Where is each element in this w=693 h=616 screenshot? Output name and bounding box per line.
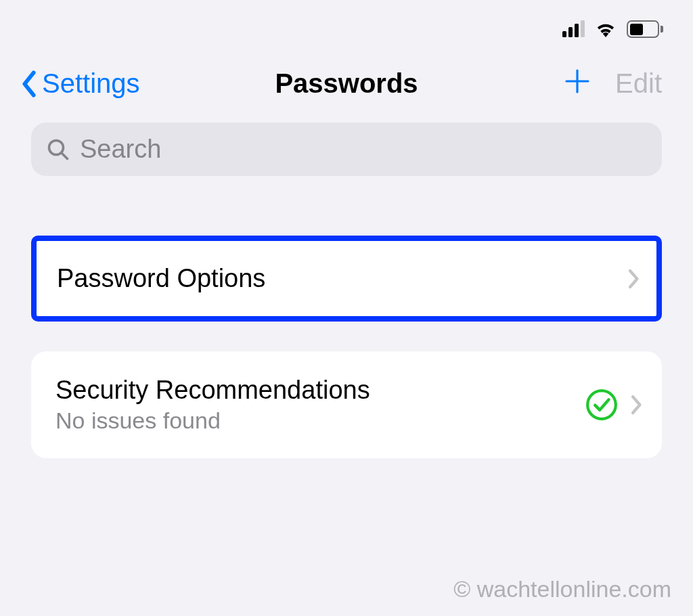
row-title: Security Recommendations <box>55 376 370 405</box>
cellular-signal-icon <box>562 21 585 37</box>
status-bar <box>0 0 693 49</box>
page-title: Passwords <box>275 68 418 99</box>
back-button[interactable]: Settings <box>20 68 140 99</box>
plus-icon <box>564 68 591 95</box>
svg-point-2 <box>587 391 616 419</box>
watermark: © wachtellonline.com <box>453 576 671 602</box>
search-input[interactable] <box>80 135 647 164</box>
back-label: Settings <box>42 68 140 99</box>
chevron-right-icon <box>631 395 643 415</box>
svg-line-1 <box>62 153 67 158</box>
row-subtitle: No issues found <box>55 408 370 434</box>
chevron-right-icon <box>628 269 640 289</box>
edit-button[interactable]: Edit <box>615 68 662 99</box>
search-icon <box>46 137 70 162</box>
wifi-icon <box>594 20 617 38</box>
search-field[interactable] <box>31 123 662 176</box>
password-options-row[interactable]: Password Options <box>31 236 662 322</box>
checkmark-circle-icon <box>585 388 619 422</box>
battery-icon <box>627 20 665 38</box>
add-button[interactable] <box>564 68 591 100</box>
chevron-left-icon <box>20 70 38 97</box>
row-title: Password Options <box>57 264 265 293</box>
security-recommendations-row[interactable]: Security Recommendations No issues found <box>31 351 662 458</box>
navigation-bar: Settings Passwords Edit <box>0 49 693 123</box>
